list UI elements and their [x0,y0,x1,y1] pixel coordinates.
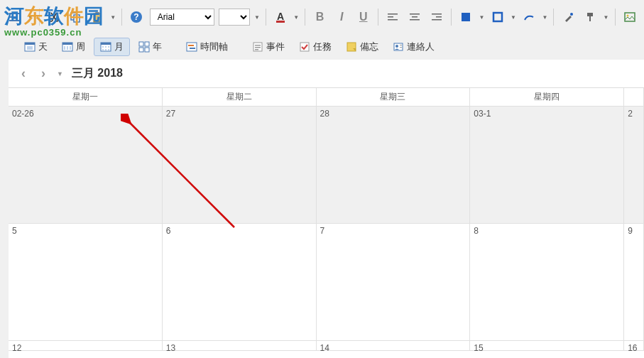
calendar-cell[interactable]: 5 [9,224,163,341]
svg-point-57 [395,45,398,48]
dropdown-icon[interactable]: ▼ [293,14,299,21]
view-tab-contacts[interactable]: 連絡人 [387,38,440,55]
svg-rect-51 [255,45,261,46]
dropdown-icon[interactable]: ▼ [479,14,484,21]
svg-rect-29 [27,46,33,50]
tab-label: 周 [76,40,85,53]
view-tab-tasks[interactable]: 任務 [293,38,337,55]
calendar-cell[interactable]: 9 [624,224,644,341]
view-tab-week[interactable]: 周 [56,38,91,55]
dropdown-icon[interactable]: ▼ [28,14,33,21]
calendar-cell[interactable]: 27 [163,107,317,224]
dropdown-icon[interactable]: ▼ [57,70,63,77]
calendar-cell[interactable]: 03-1 [470,107,624,224]
view-tab-timeline[interactable]: 時間軸 [180,38,234,55]
week-icon [62,41,73,53]
tab-label: 年 [153,40,162,53]
tab-label: 天 [38,40,48,53]
svg-rect-43 [139,42,143,46]
separator [266,9,266,26]
separator [39,9,40,26]
view-tab-year[interactable]: 年 [133,38,168,55]
help-button[interactable]: ? [128,7,146,27]
calendar-nav-header: ‹ › ▼ 三月 2018 [9,60,644,88]
calendar-cell[interactable]: 12 [9,341,163,351]
view-tab-events[interactable]: 事件 [246,38,290,55]
calendar-panel: ‹ › ▼ 三月 2018 星期一星期二星期三星期四 02-26272803-1… [9,60,644,358]
tasks-icon [299,41,310,53]
day-header-cell: 星期二 [163,88,317,107]
prev-month-button[interactable]: ‹ [16,66,31,82]
dropdown-icon[interactable]: ▼ [110,14,116,21]
calendar-title: 三月 2018 [72,66,123,81]
events-icon [252,41,263,53]
dropdown-icon[interactable]: ▼ [542,14,548,21]
copy-button[interactable] [67,7,84,27]
font-color-button[interactable]: A [272,7,290,27]
svg-rect-48 [188,45,194,46]
dropdown-icon[interactable]: ▼ [511,14,516,21]
svg-rect-47 [187,43,197,51]
svg-rect-6 [95,12,99,15]
calendar-cell[interactable]: 02-26 [9,107,163,224]
calendar-cell[interactable]: 28 [317,107,471,224]
calendar-grid: 02-26272803-12567891213141516 [9,107,644,351]
eyedropper-button[interactable] [560,7,577,27]
svg-rect-52 [255,47,261,48]
calendar-cell[interactable]: 6 [163,224,317,341]
align-left-button[interactable] [384,7,402,27]
underline-button[interactable]: U [354,7,372,27]
tab-label: 時間軸 [200,40,228,53]
insert-image-button[interactable] [621,7,638,27]
calendar-cell[interactable]: 15 [470,341,624,351]
svg-rect-34 [70,46,71,50]
font-size-select[interactable]: 9 [219,9,250,26]
align-right-button[interactable] [427,7,445,27]
calendar-cell[interactable]: 2 [624,107,644,224]
align-center-button[interactable] [406,7,424,27]
svg-rect-23 [587,13,593,16]
separator [553,9,554,26]
day-header-cell [624,88,644,107]
bold-button[interactable]: B [311,7,329,27]
border-color-button[interactable] [489,7,506,27]
font-family-select[interactable]: Arial [150,9,214,26]
svg-rect-13 [388,19,398,21]
svg-text:?: ? [134,12,139,22]
day-header-cell: 星期三 [317,88,471,107]
svg-rect-41 [105,49,107,50]
line-color-button[interactable] [520,7,538,27]
paste-button[interactable] [89,7,107,27]
calendar-cell[interactable]: 7 [317,224,471,341]
svg-rect-10 [276,21,285,23]
cut-button[interactable] [45,7,62,27]
view-tab-notes[interactable]: 備忘 [340,38,384,55]
svg-text:A: A [277,11,284,22]
tab-label: 事件 [266,40,285,53]
view-tab-month[interactable]: 月 [94,38,130,56]
svg-rect-37 [102,46,104,48]
svg-rect-33 [67,46,68,50]
svg-point-26 [626,15,628,17]
svg-rect-18 [436,16,442,18]
dropdown-icon[interactable]: ▼ [254,14,260,21]
dropdown-icon[interactable]: ▼ [604,14,609,21]
view-tab-day[interactable]: 天 [18,38,53,55]
fill-color-button[interactable] [457,7,475,27]
format-painter-button[interactable] [582,7,599,27]
format-toolbar: ▼ ▼ ? Arial 9 ▼ A ▼ B I U ▼ ▼ [0,0,644,34]
calendar-cell[interactable]: 14 [317,341,471,351]
year-icon [138,41,150,53]
contacts-icon [393,41,404,53]
italic-button[interactable]: I [333,7,351,27]
svg-rect-44 [145,42,149,46]
align-toggle-button[interactable] [6,7,23,27]
calendar-cell[interactable]: 8 [470,224,624,341]
calendar-cell[interactable]: 16 [624,341,644,351]
calendar-cell[interactable]: 13 [163,341,317,351]
svg-rect-20 [462,13,470,21]
day-icon [24,41,36,53]
next-month-button[interactable]: › [36,66,51,82]
tab-label: 連絡人 [407,40,435,53]
svg-rect-12 [388,16,393,18]
